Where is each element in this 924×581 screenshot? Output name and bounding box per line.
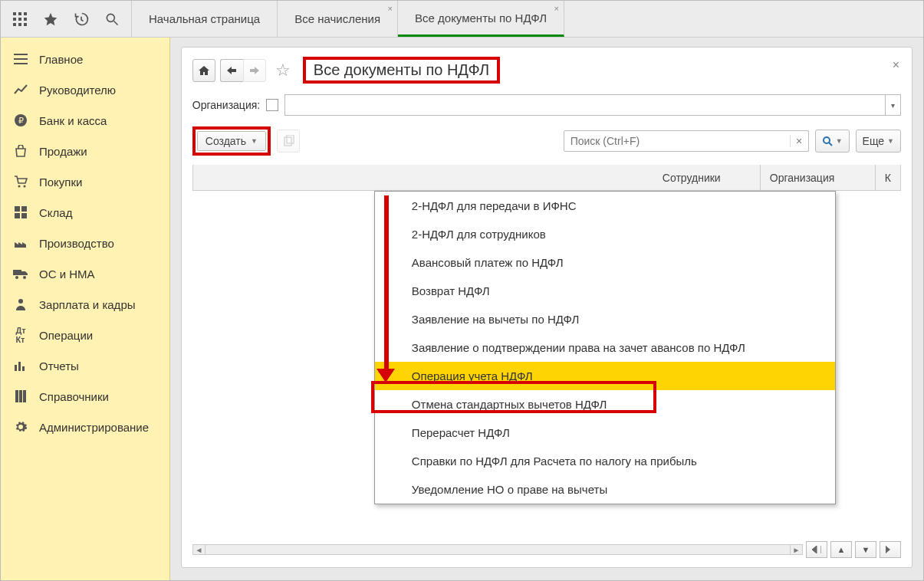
svg-rect-21 (21, 213, 27, 218)
forward-button[interactable] (243, 59, 266, 82)
org-checkbox[interactable] (266, 99, 278, 111)
sidebar-item-label: ОС и НМА (39, 268, 95, 281)
page-down-button[interactable]: ▼ (855, 541, 876, 558)
dd-item-2ndfl-employees[interactable]: 2-НДФЛ для сотрудников (375, 220, 835, 248)
sidebar-item-label: Зарплата и кадры (39, 298, 136, 311)
more-button[interactable]: Еще ▼ (856, 130, 901, 153)
bag-icon (13, 143, 28, 159)
tabs: Начальная страница Все начисления × Все … (132, 1, 564, 37)
close-panel-icon[interactable]: × (893, 58, 899, 72)
scroll-left-icon[interactable]: ◄ (193, 545, 206, 554)
search-input[interactable] (564, 135, 790, 147)
sidebar-item-main[interactable]: Главное (1, 44, 169, 74)
svg-rect-5 (24, 18, 27, 21)
svg-rect-19 (21, 206, 27, 212)
search-icon[interactable] (104, 11, 120, 28)
svg-rect-29 (15, 390, 18, 402)
dd-item-recalc-ndfl[interactable]: Перерасчет НДФЛ (375, 419, 835, 447)
sidebar-item-label: Покупки (39, 176, 82, 189)
create-button[interactable]: Создать ▼ (197, 131, 266, 151)
org-field[interactable]: ▾ (284, 94, 901, 116)
tab-start-label: Начальная страница (149, 12, 260, 25)
svg-point-25 (18, 299, 23, 304)
col-k[interactable]: К (876, 165, 900, 190)
dd-item-cancel-deductions[interactable]: Отмена стандартных вычетов НДФЛ (375, 390, 835, 419)
svg-rect-0 (13, 12, 16, 15)
back-button[interactable] (220, 59, 243, 82)
dd-item-deduction-request[interactable]: Заявление на вычеты по НДФЛ (375, 305, 835, 333)
chevron-down-icon: ▼ (887, 137, 894, 145)
svg-rect-20 (15, 213, 20, 218)
history-icon[interactable] (73, 11, 90, 28)
action-toolbar: Создать ▼ × ▼ Еще ▼ (192, 126, 901, 156)
dd-item-return-ndfl[interactable]: Возврат НДФЛ (375, 277, 835, 305)
dd-item-notification[interactable]: Уведомление НО о праве на вычеты (375, 475, 835, 504)
create-label: Создать (206, 135, 246, 147)
table-header: Сотрудники Организация К (192, 165, 901, 191)
dd-item-confirm-advance[interactable]: Заявление о подтверждении права на зачет… (375, 333, 835, 362)
person-icon (13, 297, 28, 312)
org-label: Организация: (192, 99, 260, 111)
star-icon[interactable] (42, 11, 59, 28)
sidebar-item-catalogs[interactable]: Справочники (1, 381, 169, 412)
chart-up-icon (13, 82, 28, 97)
dd-item-operation-ndfl[interactable]: Операция учета НДФЛ (375, 362, 835, 390)
sidebar-item-admin[interactable]: Администрирование (1, 412, 169, 442)
svg-rect-31 (23, 390, 26, 402)
svg-point-16 (18, 185, 21, 188)
sidebar-item-label: Отчеты (39, 359, 79, 373)
page-first-button[interactable] (806, 541, 827, 558)
sidebar-item-reports[interactable]: Отчеты (1, 350, 169, 381)
clear-icon[interactable]: × (790, 135, 808, 147)
tab-all-docs[interactable]: Все документы по НДФЛ × (398, 1, 564, 37)
cart-icon (13, 174, 28, 189)
page-last-button[interactable] (880, 541, 901, 558)
sidebar-item-operations[interactable]: ДтКт Операции (1, 320, 169, 350)
sidebar-item-purchases[interactable]: Покупки (1, 166, 169, 197)
apps-icon[interactable] (12, 11, 28, 28)
search-box: × (564, 130, 809, 152)
sidebar-item-manager[interactable]: Руководителю (1, 74, 169, 105)
horizontal-scrollbar[interactable]: ◄ ► (192, 544, 803, 555)
col-employees[interactable]: Сотрудники (653, 165, 761, 190)
col-org[interactable]: Организация (761, 165, 876, 190)
home-button[interactable] (192, 59, 215, 82)
svg-point-24 (23, 276, 26, 279)
dd-item-advance-ndfl[interactable]: Авансовый платеж по НДФЛ (375, 248, 835, 277)
dd-item-2ndfl-ifns[interactable]: 2-НДФЛ для передачи в ИФНС (375, 192, 835, 220)
sidebar-item-warehouse[interactable]: Склад (1, 197, 169, 228)
tab-accruals[interactable]: Все начисления × (278, 1, 398, 37)
page-title: Все документы по НДФЛ (303, 57, 500, 84)
favorite-icon[interactable]: ☆ (275, 61, 291, 80)
sidebar: Главное Руководителю ₽ Банк и касса Прод… (1, 38, 170, 580)
svg-line-10 (114, 21, 118, 25)
page-up-button[interactable]: ▲ (830, 541, 852, 558)
nav-group (220, 59, 266, 82)
tab-start[interactable]: Начальная страница (132, 1, 278, 37)
sidebar-item-production[interactable]: Производство (1, 228, 169, 258)
sidebar-item-sales[interactable]: Продажи (1, 136, 169, 166)
svg-point-17 (24, 185, 26, 188)
chevron-down-icon[interactable]: ▾ (885, 95, 900, 115)
books-icon (13, 389, 28, 404)
copy-button[interactable] (277, 130, 300, 153)
sidebar-item-bank[interactable]: ₽ Банк и касса (1, 105, 169, 136)
scroll-right-icon[interactable]: ► (790, 545, 802, 554)
topbar: Начальная страница Все начисления × Все … (1, 1, 923, 38)
sidebar-item-assets[interactable]: ОС и НМА (1, 258, 169, 289)
close-icon[interactable]: × (388, 4, 393, 13)
sidebar-item-label: Справочники (39, 390, 109, 403)
svg-rect-22 (13, 270, 21, 275)
operations-icon: ДтКт (13, 327, 28, 343)
gear-icon (13, 419, 28, 435)
factory-icon (13, 235, 28, 251)
close-icon[interactable]: × (554, 4, 559, 13)
sidebar-item-label: Производство (39, 237, 114, 250)
svg-rect-32 (284, 137, 291, 146)
sidebar-item-salary[interactable]: Зарплата и кадры (1, 289, 169, 320)
search-run-button[interactable]: ▼ (815, 130, 850, 153)
svg-point-34 (824, 137, 830, 143)
dd-item-ndfl-certs[interactable]: Справки по НДФЛ для Расчета по налогу на… (375, 447, 835, 475)
sidebar-item-label: Продажи (39, 145, 87, 158)
tab-all-docs-label: Все документы по НДФЛ (415, 11, 547, 25)
